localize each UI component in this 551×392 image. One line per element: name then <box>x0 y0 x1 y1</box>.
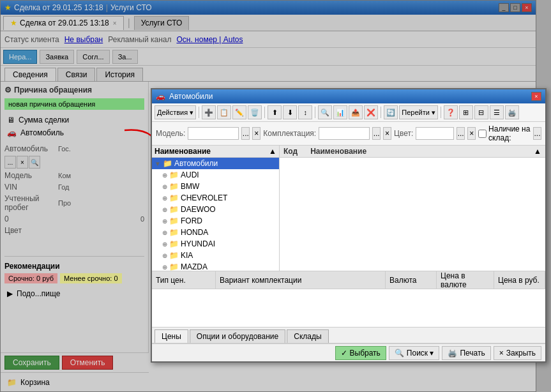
search-footer-btn[interactable]: 🔍 Поиск ▾ <box>389 346 440 360</box>
dialog-refresh-btn[interactable]: 🔄 <box>384 105 398 119</box>
dialog-del-btn[interactable]: 🗑️ <box>248 105 262 119</box>
completion-filter-clear[interactable]: × <box>383 127 391 140</box>
stock-checkbox[interactable] <box>478 130 487 138</box>
dialog-chart-btn[interactable]: 📊 <box>333 105 347 119</box>
folder-icon-automobili: 📁 <box>163 159 172 168</box>
dialog-close-btn[interactable]: × <box>531 92 541 101</box>
color-filter-clear[interactable]: × <box>467 127 476 140</box>
tree-item-automobili[interactable]: ▼ 📁 Автомобили <box>152 158 279 169</box>
tree-item-chevrolet[interactable]: ⊕ 📁 CHEVROLET <box>152 192 279 204</box>
expand-icon-automobili: ▼ <box>155 160 161 167</box>
tab-storage[interactable]: Склады <box>287 329 328 343</box>
dialog-down-btn[interactable]: ⬇ <box>283 105 297 119</box>
detail-empty <box>280 158 545 271</box>
dialog-clear-btn[interactable]: ❌ <box>364 105 378 119</box>
tree-item-mazda[interactable]: ⊕ 📁 MAZDA <box>152 261 279 271</box>
tree-item-hyundai[interactable]: ⊕ 📁 HYUNDAI <box>152 238 279 250</box>
folder-icon-chevrolet: 📁 <box>169 193 179 202</box>
tree-item-daewoo[interactable]: ⊕ 📁 DAEWOO <box>152 204 279 215</box>
completion-filter-dots[interactable]: ... <box>372 127 381 140</box>
dialog-sort-btn[interactable]: ↕ <box>298 105 312 119</box>
color-filter-dots[interactable]: ... <box>457 127 465 140</box>
dialog-grid1-btn[interactable]: ⊞ <box>459 105 473 119</box>
color-filter-label: Цвет: <box>394 129 413 138</box>
detail-col-name: Наименование <box>310 147 366 156</box>
expand-icon-honda: ⊕ <box>162 229 167 236</box>
dialog-title-bar: 🚗 Автомобили × <box>152 89 545 103</box>
tree-item-audi[interactable]: ⊕ 📁 AUDI <box>152 169 279 181</box>
dialog-title-text: Автомобили <box>169 92 213 101</box>
price-col-price-curr: Цена в валюте <box>437 271 494 289</box>
automobiles-dialog: 🚗 Автомобили × Действия ▾ ➕ 📋 ✏️ 🗑️ ⬆ ⬇ … <box>151 88 547 363</box>
tree-item-honda[interactable]: ⊕ 📁 HONDA <box>152 227 279 238</box>
price-col-currency: Валюта <box>386 271 437 289</box>
folder-icon-honda: 📁 <box>169 228 179 237</box>
model-filter-input[interactable] <box>188 127 239 140</box>
expand-icon-daewoo: ⊕ <box>162 206 167 213</box>
dialog-add-btn[interactable]: ➕ <box>202 105 216 119</box>
dialog-edit-btn[interactable]: ✏️ <box>232 105 246 119</box>
close-footer-btn[interactable]: × Закрыть <box>494 346 541 360</box>
dialog-print-btn[interactable]: 🖨️ <box>505 105 519 119</box>
bottom-tabs: Цены Опции и оборудование Склады <box>152 328 545 343</box>
dialog-help-btn[interactable]: ❓ <box>444 105 458 119</box>
folder-icon-ford: 📁 <box>169 216 179 225</box>
tree-item-bmw[interactable]: ⊕ 📁 BMW <box>152 181 279 192</box>
folder-icon-bmw: 📁 <box>169 182 179 191</box>
stock-checkbox-label[interactable]: Наличие на склад: <box>478 124 531 142</box>
detail-panel: Код Наименование ▲ <box>280 146 545 271</box>
expand-icon-mazda: ⊕ <box>162 264 167 271</box>
dialog-up-btn[interactable]: ⬆ <box>268 105 282 119</box>
expand-icon-audi: ⊕ <box>162 172 167 179</box>
tree-item-kia[interactable]: ⊕ 📁 KIA <box>152 250 279 261</box>
expand-icon-kia: ⊕ <box>162 252 167 259</box>
expand-icon-bmw: ⊕ <box>162 183 167 190</box>
tree-header: Наименование ▲ <box>152 146 279 158</box>
detail-sort-icon: ▲ <box>534 147 541 156</box>
tab-options[interactable]: Опции и оборудование <box>190 329 285 343</box>
dialog-title-icon: 🚗 <box>156 92 165 101</box>
price-col-type: Тип цен. <box>152 271 216 289</box>
folder-icon-mazda: 📁 <box>169 262 179 271</box>
print-footer-btn[interactable]: 🖨️ Печать <box>442 346 490 360</box>
print-footer-icon: 🖨️ <box>448 349 457 358</box>
dialog-grid2-btn[interactable]: ⊟ <box>474 105 488 119</box>
completion-filter-input[interactable] <box>319 127 370 140</box>
folder-icon-daewoo: 📁 <box>169 205 179 214</box>
dialog-actions-btn[interactable]: Действия ▾ <box>155 105 196 119</box>
dialog-toolbar: Действия ▾ ➕ 📋 ✏️ 🗑️ ⬆ ⬇ ↕ 🔍 📊 📤 ❌ 🔄 Пер… <box>152 103 545 122</box>
folder-icon-kia: 📁 <box>169 251 179 260</box>
color-filter-input[interactable] <box>416 127 454 140</box>
dialog-copy-btn[interactable]: 📋 <box>217 105 231 119</box>
dialog-export-btn[interactable]: 📤 <box>349 105 363 119</box>
dialog-goto-btn[interactable]: Перейти ▾ <box>399 105 438 119</box>
folder-icon-audi: 📁 <box>169 170 179 179</box>
select-btn[interactable]: ✓ Выбрать <box>335 346 386 360</box>
detail-col-kod: Код <box>283 147 298 156</box>
model-filter-dots[interactable]: ... <box>241 127 250 140</box>
dialog-body: Наименование ▲ ▼ 📁 Автомобили ⊕ 📁 AUDI ⊕… <box>152 146 545 271</box>
tab-prices[interactable]: Цены <box>155 329 188 343</box>
model-filter-clear[interactable]: × <box>252 127 260 140</box>
stock-filter-dots[interactable]: ... <box>533 127 541 140</box>
price-col-variant: Вариант комплектации <box>216 271 386 289</box>
close-footer-icon: × <box>499 349 504 358</box>
expand-icon-ford: ⊕ <box>162 218 167 225</box>
dialog-bottom: Тип цен. Вариант комплектации Валюта Цен… <box>152 271 545 361</box>
dialog-filter-btn[interactable]: 🔍 <box>318 105 332 119</box>
expand-icon-hyundai: ⊕ <box>162 241 167 248</box>
dialog-footer: ✓ Выбрать 🔍 Поиск ▾ 🖨️ Печать × Закрыть <box>152 343 545 361</box>
price-col-price-rub: Цена в руб. <box>494 271 545 289</box>
tree-panel: Наименование ▲ ▼ 📁 Автомобили ⊕ 📁 AUDI ⊕… <box>152 146 280 271</box>
completion-filter-label: Комплектация: <box>263 129 316 138</box>
dialog-filter-row: Модель: ... × Комплектация: ... × Цвет: … <box>152 122 545 146</box>
tree-item-ford[interactable]: ⊕ 📁 FORD <box>152 215 279 227</box>
price-area <box>152 289 545 328</box>
expand-icon-chevrolet: ⊕ <box>162 195 167 202</box>
folder-icon-hyundai: 📁 <box>169 239 179 248</box>
price-table-header: Тип цен. Вариант комплектации Валюта Цен… <box>152 271 545 289</box>
model-filter-label: Модель: <box>156 129 185 138</box>
detail-header: Код Наименование ▲ <box>280 146 545 158</box>
select-icon: ✓ <box>341 349 347 358</box>
dialog-list-btn[interactable]: ☰ <box>490 105 504 119</box>
